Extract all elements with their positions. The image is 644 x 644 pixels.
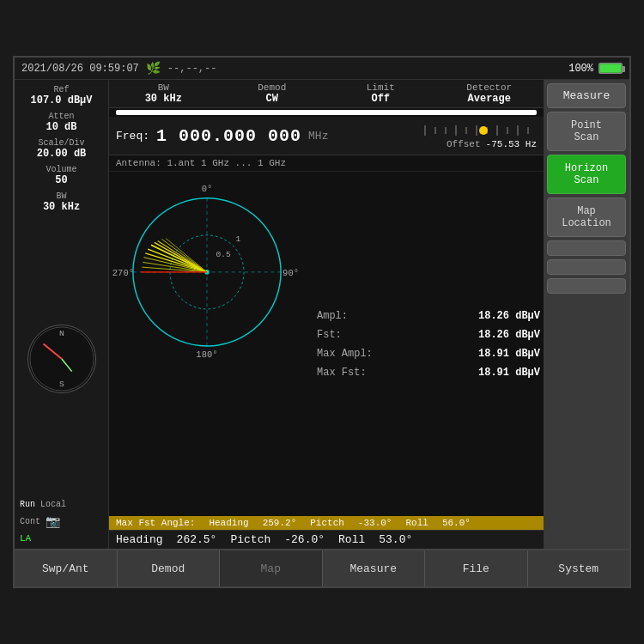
fst-value: 18.26 dBµV	[478, 329, 540, 341]
ref-value: 107.0 dBµV	[16, 94, 106, 106]
freq-unit: MHz	[308, 130, 328, 143]
freq-row: Freq: 1 000.000 000 MHz	[109, 117, 544, 155]
max-ampl-value: 18.91 dBµV	[478, 348, 540, 360]
battery-icon	[598, 63, 623, 74]
status-dark-bar: Heading 262.5° Pictch -26.0° Roll 53.0°	[109, 530, 544, 549]
compass-container: N S	[16, 220, 106, 497]
ampl-label: Ampl:	[317, 310, 348, 322]
bw-header: BW 30 kHz	[109, 82, 218, 106]
fst-label: Fst:	[317, 329, 342, 341]
compass: N S	[27, 325, 96, 393]
max-fst-row: Max Fst: 18.91 dBµV	[317, 367, 540, 379]
input-bar[interactable]	[116, 110, 537, 115]
svg-text:0.5: 0.5	[216, 250, 231, 259]
svg-text:S: S	[59, 380, 64, 389]
center-area: BW 30 kHz Demod CW Limit Off Detector Av…	[109, 80, 544, 549]
map-location-button[interactable]: MapLocation	[547, 197, 626, 237]
polar-chart: 0° 180° 270° 90° 1 0.5	[112, 175, 301, 364]
pitch-dark-value: -26.0°	[284, 533, 325, 546]
limit-header: Limit Off	[326, 82, 435, 106]
svg-text:N: N	[59, 328, 64, 337]
gps-dashes: --,--,--	[167, 63, 217, 75]
heading-dark-label: Heading	[116, 533, 163, 546]
limit-header-label: Limit	[326, 82, 435, 93]
la-label: LA	[16, 532, 106, 545]
run-label: Run	[20, 500, 35, 509]
sidebar-btn-6[interactable]	[547, 278, 626, 294]
horizon-scan-button[interactable]: HorizonScan	[547, 155, 626, 194]
atten-value: 10 dB	[16, 121, 106, 133]
point-scan-button[interactable]: PointScan	[547, 112, 626, 151]
max-fst-angle-label: Max Fst Angle:	[116, 518, 195, 528]
max-fst-label: Max Fst:	[317, 367, 367, 379]
status-bar: 2021/08/26 09:59:07 🌿 --,--,-- 100%	[15, 58, 629, 80]
status-yellow-bar: Max Fst Angle: Heading 259.2° Pictch -33…	[109, 516, 544, 530]
heading-yellow-label: Heading	[209, 518, 248, 528]
detector-header-value: Average	[435, 93, 544, 105]
ref-label: Ref	[16, 85, 106, 94]
max-fst-value: 18.91 dBµV	[478, 367, 540, 379]
ref-block: Ref 107.0 dBµV	[16, 83, 106, 108]
antenna-text: Antenna: 1.ant 1 GHz ... 1 GHz	[116, 158, 286, 168]
offset-slider[interactable]	[416, 122, 537, 139]
ampl-value: 18.26 dBµV	[478, 310, 540, 322]
offset-section: Offset -75.53 Hz	[416, 122, 537, 149]
scale-value: 20.00 dB	[16, 148, 106, 160]
demod-header-label: Demod	[218, 82, 327, 93]
sidebar-btn-5[interactable]	[547, 259, 626, 275]
svg-line-36	[158, 241, 207, 272]
run-local-row: Run Local	[16, 497, 106, 512]
freq-label: Freq:	[116, 130, 149, 143]
detector-header-label: Detector	[435, 82, 544, 93]
scale-block: Scale/Div 20.00 dB	[16, 137, 106, 161]
datetime: 2021/08/26 09:59:07	[21, 63, 139, 75]
sidebar-btn-4[interactable]	[547, 240, 626, 256]
ampl-row: Ampl: 18.26 dBµV	[317, 310, 540, 322]
roll-dark-label: Roll	[338, 533, 365, 546]
bw-label: BW	[16, 191, 106, 201]
svg-text:270°: 270°	[112, 268, 134, 278]
scale-label: Scale/Div	[16, 138, 106, 148]
battery-percent: 100%	[568, 63, 593, 75]
swp-ant-button[interactable]: Swp/Ant	[15, 550, 118, 586]
demod-header-value: CW	[218, 93, 327, 105]
bw-header-value: 30 kHz	[109, 93, 218, 105]
measure-header: Measure	[547, 83, 626, 108]
cont-row: Cont 📷	[16, 512, 106, 532]
file-button[interactable]: File	[425, 550, 528, 586]
volume-block: Volume 50	[16, 163, 106, 188]
svg-text:0°: 0°	[202, 184, 213, 194]
right-sidebar: Measure PointScan HorizonScan MapLocatio…	[544, 80, 629, 549]
system-button[interactable]: System	[528, 550, 630, 586]
atten-label: Atten	[16, 112, 106, 121]
volume-label: Volume	[16, 165, 106, 174]
roll-yellow-value: 56.0°	[442, 518, 471, 528]
leaf-icon: 🌿	[146, 61, 161, 76]
header-row: BW 30 kHz Demod CW Limit Off Detector Av…	[109, 80, 544, 108]
demod-header: Demod CW	[218, 82, 327, 106]
max-ampl-row: Max Ampl: 18.91 dBµV	[317, 348, 540, 360]
svg-text:180°: 180°	[196, 349, 217, 360]
max-ampl-label: Max Ampl:	[317, 348, 373, 360]
fst-row: Fst: 18.26 dBµV	[317, 329, 540, 341]
demod-button[interactable]: Demod	[118, 550, 221, 586]
measure-button[interactable]: Measure	[323, 550, 426, 586]
pitch-yellow-value: -33.0°	[358, 518, 392, 528]
bottom-toolbar: Swp/Ant Demod Map Measure File System	[15, 549, 629, 586]
map-button[interactable]: Map	[220, 550, 323, 586]
offset-value: -75.53 Hz	[486, 139, 537, 149]
camera-icon: 📷	[46, 514, 60, 529]
svg-text:1: 1	[235, 234, 240, 244]
heading-dark-value: 262.5°	[177, 533, 217, 546]
svg-line-29	[145, 253, 207, 272]
roll-yellow-label: Roll	[405, 518, 428, 528]
cont-label: Cont	[20, 517, 40, 526]
pitch-dark-label: Pictch	[230, 533, 270, 546]
bw-header-label: BW	[109, 82, 218, 93]
bw-value: 30 kHz	[16, 201, 106, 213]
measurements-panel: Ampl: 18.26 dBµV Fst: 18.26 dBµV Max Amp…	[308, 175, 540, 513]
heading-yellow-value: 259.2°	[263, 518, 297, 528]
freq-value: 1 000.000 000	[156, 126, 301, 146]
limit-header-value: Off	[326, 93, 435, 105]
offset-label: Offset	[447, 139, 481, 149]
